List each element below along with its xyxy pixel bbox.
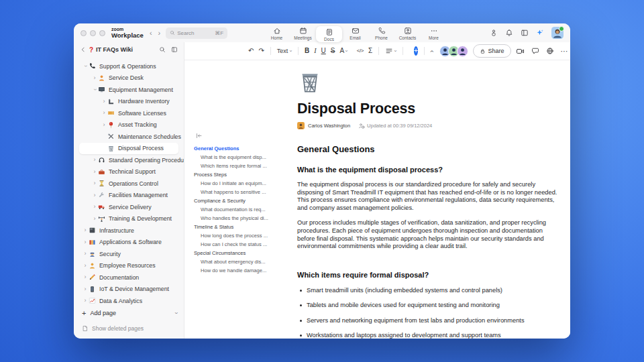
tab-docs[interactable]: Docs	[316, 26, 342, 42]
expander-right-icon[interactable]: ›	[82, 239, 89, 245]
outline-item[interactable]: Which items require formal ...	[194, 162, 286, 170]
bold-button[interactable]: B	[305, 48, 309, 54]
tab-more[interactable]: More	[421, 26, 447, 40]
expander-down-icon[interactable]: ›	[92, 86, 98, 93]
outline-item[interactable]: Process Steps	[194, 170, 286, 179]
sidebar-item-operations-control[interactable]: ›Operations Control	[79, 178, 178, 190]
outline-item[interactable]: Special Circumstances	[194, 249, 286, 257]
more-options-button[interactable]: ⋯	[561, 47, 569, 56]
sidebar-item-hardware-inventory[interactable]: ›Hardware Inventory	[79, 96, 178, 108]
outline-item[interactable]: What is the equipment disp...	[194, 153, 286, 162]
sidebar-item-equipment-management[interactable]: ›Equipment Management	[79, 84, 178, 96]
outline-item[interactable]: What about emergency dis...	[194, 257, 286, 266]
chevron-down-icon[interactable]: ›	[173, 312, 180, 314]
expander-right-icon[interactable]: ›	[91, 169, 98, 175]
show-deleted-pages-button[interactable]: Show deleted pages	[82, 325, 177, 332]
expander-right-icon[interactable]: ›	[82, 227, 89, 233]
collaborator-avatar[interactable]	[457, 46, 468, 57]
nav-back-button[interactable]: ‹	[150, 29, 152, 37]
expander-right-icon[interactable]: ›	[91, 75, 98, 81]
tab-phone[interactable]: Phone	[368, 26, 394, 40]
sidebar-item-security[interactable]: ›Security	[79, 248, 178, 260]
video-call-icon[interactable]	[516, 47, 525, 56]
ai-companion-icon[interactable]	[536, 29, 544, 37]
expander-right-icon[interactable]: ›	[91, 204, 98, 210]
ai-insert-button[interactable]: +	[414, 46, 418, 56]
outline-item[interactable]: Timeline & Status	[194, 223, 286, 231]
sidebar-item-service-desk[interactable]: ›Service Desk	[79, 72, 178, 84]
sidebar-item-asset-tracking[interactable]: ›Asset Tracking	[79, 119, 178, 131]
sidebar-item-data-analytics[interactable]: ›Data & Analytics	[79, 295, 178, 307]
sidebar-item-training-development[interactable]: ›Training & Development	[79, 213, 178, 225]
tab-home[interactable]: Home	[264, 26, 290, 40]
expander-down-icon[interactable]: ›	[83, 63, 89, 70]
expander-right-icon[interactable]: ›	[82, 251, 89, 257]
sidebar-item-software-licenses[interactable]: ›Software Licenses	[79, 107, 178, 119]
sidebar-item-support-operations[interactable]: ›Support & Operations	[79, 60, 178, 72]
outline-item[interactable]: How long does the process ...	[194, 231, 286, 240]
expander-right-icon[interactable]: ›	[82, 298, 89, 304]
notifications-bell-icon[interactable]	[505, 29, 513, 37]
expander-right-icon[interactable]: ›	[101, 110, 107, 116]
global-search-input[interactable]: Search ⌘F	[166, 27, 227, 39]
sidebar-item-facilities-management[interactable]: ›Facilities Management	[79, 190, 178, 202]
sidebar-item-documentation[interactable]: ›Documentation	[79, 272, 178, 284]
sidebar-item-iot-device-management[interactable]: ›IoT & Device Management	[79, 284, 178, 296]
share-button[interactable]: Share	[473, 44, 511, 58]
sidebar-item-infrastructure[interactable]: ›Infrastructure	[79, 225, 178, 237]
redo-button[interactable]: ↷	[258, 48, 264, 54]
chat-icon[interactable]	[531, 47, 539, 55]
expander-right-icon[interactable]: ›	[101, 99, 107, 105]
side-panel-icon[interactable]	[521, 29, 529, 37]
align-button[interactable]: ›	[385, 47, 396, 55]
collapse-toolbar-icon[interactable]: ›	[428, 50, 435, 52]
sidebar-item-disposal-process[interactable]: Disposal Process	[79, 143, 178, 155]
minimize-window-button[interactable]	[90, 30, 96, 36]
sidebar-item-maintenance-schedules[interactable]: Maintenance Schedules	[79, 131, 178, 143]
outline-item[interactable]: How do I initiate an equipm...	[194, 179, 286, 188]
status-icon[interactable]	[490, 29, 498, 37]
strikethrough-button[interactable]: S	[331, 48, 335, 54]
text-color-button[interactable]: A ›	[339, 48, 347, 54]
sidebar-item-standard-operating-procedures[interactable]: ›Standard Operating Procedures	[79, 154, 178, 166]
add-page-button[interactable]: + Add page ›	[82, 307, 177, 319]
back-arrow-icon[interactable]	[80, 46, 87, 53]
expander-right-icon[interactable]: ›	[91, 157, 98, 163]
expander-right-icon[interactable]: ›	[82, 274, 89, 280]
maximize-window-button[interactable]	[99, 30, 105, 36]
sidebar-search-icon[interactable]	[159, 46, 166, 53]
nav-forward-button[interactable]: ›	[158, 29, 161, 37]
outline-item[interactable]: What happens to sensitive ...	[194, 188, 286, 196]
sidebar-item-employee-resources[interactable]: ›Employee Resources	[79, 260, 178, 272]
sidebar-item-applications-software[interactable]: ›Applications & Software	[79, 237, 178, 249]
expander-right-icon[interactable]: ›	[91, 192, 98, 198]
underline-button[interactable]: U	[321, 48, 326, 54]
text-style-dropdown[interactable]: Text ›	[277, 48, 292, 54]
tab-email[interactable]: Email	[342, 26, 368, 40]
formula-button[interactable]: Σ	[368, 48, 372, 54]
expander-right-icon[interactable]: ›	[82, 286, 89, 292]
outline-item[interactable]: How can I check the status ...	[194, 240, 286, 249]
expander-right-icon[interactable]: ›	[82, 263, 89, 269]
outline-item[interactable]: Compliance & Security	[194, 196, 286, 205]
italic-button[interactable]: I	[314, 48, 316, 54]
collapse-outline-icon[interactable]	[195, 132, 203, 139]
outline-item[interactable]: Who handles the physical di...	[194, 214, 286, 223]
globe-icon[interactable]	[546, 47, 554, 55]
undo-button[interactable]: ↶	[248, 48, 254, 54]
expander-right-icon[interactable]: ›	[101, 122, 107, 128]
code-button[interactable]: </>	[357, 48, 364, 54]
user-avatar[interactable]	[551, 27, 564, 39]
outline-item[interactable]: How do we handle damage...	[194, 266, 286, 275]
outline-item[interactable]: What documentation is req...	[194, 205, 286, 214]
expander-right-icon[interactable]: ›	[91, 180, 98, 186]
sidebar-item-technical-support[interactable]: ›Technical Support	[79, 166, 178, 178]
tab-contacts[interactable]: Contacts	[394, 26, 421, 40]
sidebar-collapse-icon[interactable]	[171, 46, 178, 53]
close-window-button[interactable]	[80, 30, 87, 36]
outline-item[interactable]: General Questions	[194, 144, 286, 153]
expander-right-icon[interactable]: ›	[91, 216, 98, 222]
doc-content[interactable]: Disposal Process Carlos Washington Updat…	[297, 69, 560, 339]
sidebar-item-service-delivery[interactable]: ›Service Delivery	[79, 201, 178, 213]
tab-meetings[interactable]: Meetings	[290, 26, 316, 40]
